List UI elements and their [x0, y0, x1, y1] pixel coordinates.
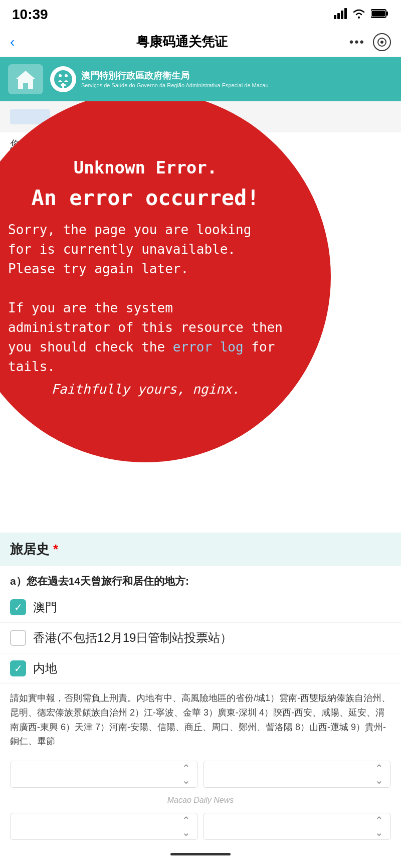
- section-header: 旅居史 *: [0, 533, 401, 566]
- watermark: Macao Daily News: [0, 793, 401, 808]
- nav-bar: ‹ 粤康码通关凭证 •••: [0, 27, 401, 57]
- label-mainland: 内地: [33, 660, 57, 676]
- dropdown-arrow-2: ⌃⌄: [375, 762, 383, 786]
- status-bar: 10:39: [0, 0, 401, 27]
- svg-point-4: [358, 17, 360, 19]
- svg-rect-0: [334, 15, 336, 19]
- wifi-icon: [352, 8, 366, 21]
- error-line5: administrator of this resource then: [8, 320, 283, 335]
- svg-point-9: [380, 41, 383, 44]
- error-line3: Please try again later.: [8, 261, 188, 276]
- status-icons: [334, 8, 389, 21]
- svg-rect-15: [61, 84, 66, 86]
- more-options-button[interactable]: •••: [349, 35, 365, 49]
- org-name-cn: 澳門特別行政區政府衛生局: [81, 70, 269, 82]
- nav-actions: •••: [349, 33, 391, 51]
- svg-rect-3: [344, 8, 347, 19]
- footer-info: 头条 @澳门日报: [0, 860, 401, 868]
- home-icon: [8, 64, 43, 94]
- checkbox-hk[interactable]: [10, 630, 26, 646]
- svg-rect-1: [337, 13, 340, 19]
- error-heading: An error occurred!: [31, 186, 259, 210]
- dropdown-1[interactable]: ⌃⌄: [10, 761, 198, 788]
- nginx-text: Faithfully yours, nginx.: [51, 382, 240, 397]
- battery-icon: [371, 9, 389, 21]
- health-bureau-logo: [50, 66, 76, 92]
- section-title: 旅居史: [10, 541, 49, 558]
- checkbox-hk-row: 香港(不包括12月19日管制站投票站）: [0, 623, 401, 653]
- error-link[interactable]: error log: [173, 339, 244, 355]
- svg-rect-6: [386, 12, 388, 16]
- status-time: 10:39: [12, 7, 48, 23]
- back-button[interactable]: ‹: [10, 34, 15, 50]
- org-name-pt: Serviços de Saúde do Governo da Região A…: [81, 82, 269, 89]
- error-line4: If you are the system: [8, 300, 173, 315]
- error-overlay: Unknown Error. An error occurred! Sorry,…: [0, 101, 331, 462]
- dropdown-4[interactable]: ⌃⌄: [203, 813, 391, 840]
- label-hk: 香港(不包括12月19日管制站投票站）: [33, 630, 232, 646]
- bottom-indicator: [0, 845, 401, 860]
- travel-history-section: 旅居史 * a）您在過去14天曾旅行和居住的地方: ✓ 澳門 香港(不包括12月…: [0, 533, 401, 868]
- svg-rect-7: [372, 11, 385, 17]
- home-indicator: [170, 853, 231, 855]
- subsection-label: a）您在過去14天曾旅行和居住的地方:: [0, 566, 401, 592]
- dropdown-arrow-4: ⌃⌄: [375, 814, 383, 838]
- org-name-block: 澳門特別行政區政府衛生局 Serviços de Saúde do Govern…: [81, 70, 269, 89]
- required-indicator: *: [53, 542, 58, 557]
- signal-icon: [334, 8, 347, 21]
- svg-marker-10: [16, 71, 36, 89]
- dropdown-3[interactable]: ⌃⌄: [10, 813, 198, 840]
- svg-point-13: [65, 74, 68, 77]
- checkbox-macau-row: ✓ 澳門: [0, 592, 401, 623]
- header-logo-area: 澳門特別行政區政府衛生局 Serviços de Saúde do Govern…: [50, 66, 269, 92]
- error-for: for: [251, 339, 275, 355]
- dropdown-row-2: ⌃⌄ ⌃⌄: [0, 808, 401, 845]
- error-line1: Sorry, the page you are looking: [8, 222, 251, 237]
- checkbox-mainland[interactable]: ✓: [10, 660, 26, 676]
- svg-rect-2: [341, 11, 343, 19]
- error-line6: you should check the: [8, 339, 165, 355]
- page-title: 粤康码通关凭证: [136, 33, 228, 51]
- error-title: Unknown Error.: [74, 157, 218, 178]
- checkbox-mainland-row: ✓ 内地: [0, 653, 401, 684]
- dropdown-2[interactable]: ⌃⌄: [203, 761, 391, 788]
- header-banner: 澳門特別行政區政府衛生局 Serviços de Saúde do Govern…: [0, 57, 401, 101]
- dropdown-arrow-3: ⌃⌄: [182, 814, 190, 838]
- svg-point-12: [59, 74, 62, 77]
- error-line2: for is currently unavailable.: [8, 242, 236, 257]
- dropdown-row-1: ⌃⌄ ⌃⌄: [0, 756, 401, 793]
- dropdown-arrow-1: ⌃⌄: [182, 762, 190, 786]
- label-macau: 澳門: [33, 599, 57, 615]
- disclaimer-text: 請如實申報，否則需負上刑責。內地有中、高風險地區的省份/城1）雲南-西雙版納傣族…: [0, 684, 401, 756]
- checkbox-macau[interactable]: ✓: [10, 599, 26, 615]
- scan-button[interactable]: [373, 33, 391, 51]
- error-body: Sorry, the page you are looking for is c…: [8, 220, 283, 377]
- main-content: 您告 選項 及其他呼吸道症 沒有以上症狀 否 Unknown Error. An…: [0, 101, 401, 533]
- error-tails: tails.: [8, 359, 55, 374]
